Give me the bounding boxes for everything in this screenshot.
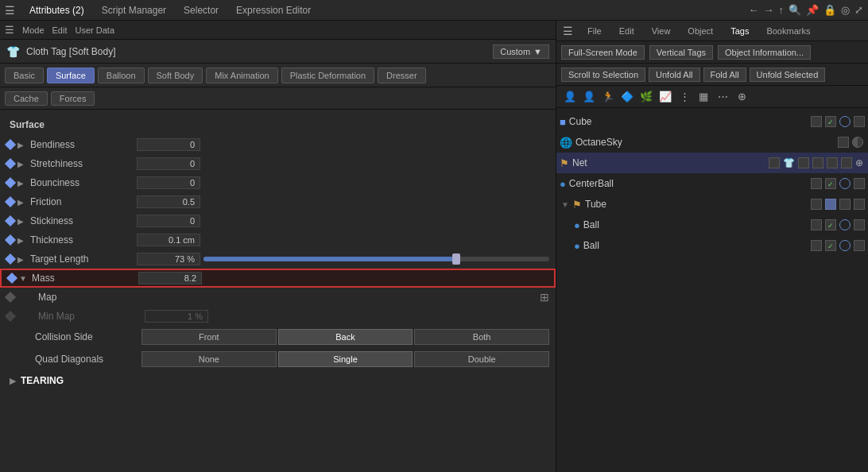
expand-bendiness[interactable]: ▶ — [17, 141, 27, 149]
arrow-right-icon[interactable]: → — [764, 4, 774, 16]
diamond-bounciness[interactable] — [5, 177, 16, 188]
tab-basic[interactable]: Basic — [5, 68, 44, 83]
mode-menu[interactable]: Mode — [22, 25, 45, 35]
icon4[interactable]: 🔷 — [618, 89, 636, 105]
scroll-to-selection-btn[interactable]: Scroll to Selection — [561, 68, 645, 82]
expand-thickness[interactable]: ▶ — [17, 236, 27, 245]
tab-script-manager[interactable]: Script Manager — [99, 3, 169, 17]
label-quad-diagonals: Quad Diagonals — [35, 354, 138, 365]
expand-stickiness[interactable]: ▶ — [17, 217, 27, 226]
menu-bookmarks[interactable]: Bookmarks — [763, 25, 813, 37]
value-thickness[interactable] — [137, 234, 200, 246]
menu-edit[interactable]: Edit — [616, 25, 637, 37]
map-expand-icon[interactable]: ⊞ — [540, 291, 549, 304]
diamond-stretchiness[interactable] — [5, 158, 16, 169]
centerball-check[interactable]: ✓ — [825, 178, 836, 189]
value-target-length[interactable] — [137, 253, 200, 265]
value-stickiness[interactable] — [137, 215, 200, 227]
diamond-mass[interactable] — [6, 273, 17, 284]
tab-forces[interactable]: Forces — [51, 91, 95, 106]
target-length-slider[interactable] — [203, 257, 549, 261]
target-icon[interactable]: ◎ — [841, 4, 850, 16]
collision-both-btn[interactable]: Both — [414, 329, 549, 345]
diamond-friction[interactable] — [5, 196, 16, 207]
value-bendiness[interactable] — [137, 138, 200, 151]
expand-bounciness[interactable]: ▶ — [17, 179, 27, 188]
icon10[interactable]: ⊕ — [733, 89, 750, 105]
icon1[interactable]: 👤 — [561, 89, 579, 105]
expand-friction[interactable]: ▶ — [17, 198, 27, 207]
tab-cache[interactable]: Cache — [5, 91, 48, 106]
scene-item-cube[interactable]: ■ Cube ✓ — [556, 111, 868, 132]
menu-object[interactable]: Object — [684, 25, 716, 37]
arrow-up-icon[interactable]: ↑ — [779, 4, 785, 16]
tab-plastic-deformation[interactable]: Plastic Deformation — [281, 68, 374, 83]
icon6[interactable]: 📈 — [657, 89, 674, 105]
value-min-map[interactable] — [145, 310, 208, 323]
icon9[interactable]: ⋯ — [714, 89, 731, 105]
tab-balloon[interactable]: Balloon — [98, 68, 145, 83]
scene-item-octanesky[interactable]: 🌐 OctaneSky — [556, 132, 868, 153]
menu-view[interactable]: View — [649, 25, 674, 37]
user-data-menu[interactable]: User Data — [76, 25, 115, 35]
value-friction[interactable] — [137, 195, 200, 208]
diamond-thickness[interactable] — [5, 234, 16, 246]
diamond-map[interactable] — [5, 292, 16, 303]
value-bounciness[interactable] — [137, 176, 200, 189]
tab-mix-animation[interactable]: Mix Animation — [206, 68, 277, 83]
collision-back-btn[interactable]: Back — [278, 329, 413, 345]
diamond-stickiness[interactable] — [5, 215, 16, 226]
diamond-min-map[interactable] — [5, 311, 16, 322]
fold-all-btn[interactable]: Fold All — [703, 68, 746, 82]
expand-icon[interactable]: ⤢ — [854, 4, 863, 16]
tab-bar-main: Basic Surface Balloon Soft Body Mix Anim… — [0, 64, 556, 87]
tab-expression-editor[interactable]: Expression Editor — [233, 3, 314, 17]
tab-dresser[interactable]: Dresser — [378, 68, 426, 83]
quad-single-btn[interactable]: Single — [278, 351, 413, 367]
scene-item-ball2[interactable]: ● Ball ✓ — [556, 235, 868, 256]
expand-target-length[interactable]: ▶ — [17, 255, 27, 264]
preset-dropdown[interactable]: Custom ▼ — [493, 44, 549, 59]
search-icon[interactable]: 🔍 — [789, 4, 801, 16]
scene-item-centerball[interactable]: ● CenterBall ✓ — [556, 173, 868, 194]
expand-mass[interactable]: ▼ — [19, 274, 29, 283]
ball1-check[interactable]: ✓ — [825, 219, 836, 230]
value-mass[interactable] — [138, 272, 202, 284]
unfold-selected-btn[interactable]: Unfold Selected — [750, 68, 826, 82]
menu-tags[interactable]: Tags — [727, 25, 752, 37]
lock-icon[interactable]: 🔒 — [823, 4, 836, 16]
tearing-section[interactable]: ▶ TEARING — [0, 370, 556, 391]
menu-file[interactable]: File — [584, 25, 605, 37]
tab-surface[interactable]: Surface — [47, 68, 95, 83]
icon2[interactable]: 👤 — [580, 89, 598, 105]
quad-none-btn[interactable]: None — [141, 351, 277, 367]
expand-stretchiness[interactable]: ▶ — [17, 160, 27, 168]
tab-selector[interactable]: Selector — [180, 3, 222, 17]
cube-check[interactable]: ✓ — [825, 116, 836, 127]
diamond-target-length[interactable] — [5, 253, 16, 265]
cube-dot1[interactable] — [811, 116, 822, 127]
scene-item-net[interactable]: ⚑ Net 👕 ⊕ — [556, 153, 868, 173]
unfold-all-btn[interactable]: Unfold All — [649, 68, 699, 82]
diamond-bendiness[interactable] — [5, 139, 16, 150]
value-stretchiness[interactable] — [137, 157, 200, 170]
tube-collapse[interactable]: ▼ — [560, 200, 571, 209]
icon5[interactable]: 🌿 — [637, 89, 655, 105]
quad-double-btn[interactable]: Double — [414, 351, 549, 367]
slider-thumb[interactable] — [452, 253, 460, 265]
icon3[interactable]: 🏃 — [599, 89, 617, 105]
icon7[interactable]: ⋮ — [676, 89, 693, 105]
object-info-btn[interactable]: Object Information... — [718, 45, 811, 60]
collision-front-btn[interactable]: Front — [141, 329, 277, 345]
edit-menu[interactable]: Edit — [52, 25, 68, 35]
tab-soft-body[interactable]: Soft Body — [148, 68, 203, 83]
vertical-tags-btn[interactable]: Vertical Tags — [649, 45, 713, 60]
tab-attributes[interactable]: Attributes (2) — [26, 3, 87, 17]
icon8[interactable]: ▦ — [695, 89, 712, 105]
full-screen-btn[interactable]: Full-Screen Mode — [561, 45, 645, 60]
pin-icon[interactable]: 📌 — [806, 4, 819, 16]
scene-item-ball1[interactable]: ● Ball ✓ — [556, 215, 868, 235]
ball2-check[interactable]: ✓ — [825, 240, 836, 251]
scene-item-tube[interactable]: ▼ ⚑ Tube — [556, 194, 868, 215]
arrow-left-icon[interactable]: ← — [749, 4, 759, 16]
